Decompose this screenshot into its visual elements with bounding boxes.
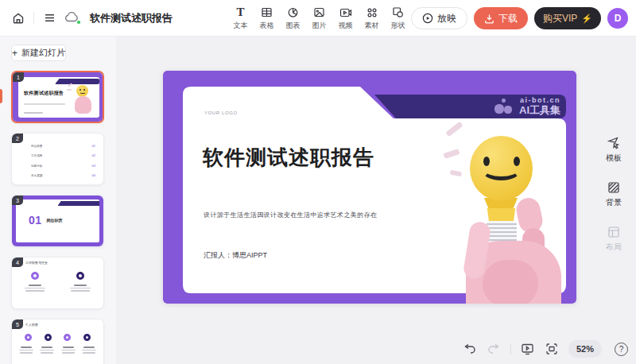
chart-icon: [287, 6, 299, 19]
download-button[interactable]: 下载: [474, 7, 528, 29]
watermark-logo-icon: [494, 99, 514, 114]
current-slide[interactable]: ai-bot.cn AI工具集 YOUR LOGO 软件测试述职报告 设计源于生…: [163, 71, 576, 304]
saved-status-dot: [76, 20, 81, 25]
app-body: + 新建幻灯片 1 软件测试述职报告: [0, 37, 636, 364]
donut-icon: [31, 272, 39, 280]
home-icon[interactable]: [11, 11, 25, 25]
tool-table[interactable]: 表格: [254, 0, 280, 37]
mini-cover: 软件测试述职报告: [13, 72, 103, 122]
tool-assets[interactable]: 素材: [359, 0, 385, 37]
slide-thumbnail-3[interactable]: 3 01 岗位职责: [11, 195, 104, 247]
topbar-right: 放映 下载 购买VIP ⚡ D: [411, 0, 628, 37]
slide-title[interactable]: 软件测试述职报告: [203, 144, 374, 172]
slide-number-badge: 5: [12, 319, 23, 329]
slide-number-badge: 2: [12, 134, 23, 143]
slide-number-badge: 4: [12, 258, 23, 267]
tool-text[interactable]: T 文本: [227, 0, 254, 37]
user-avatar[interactable]: D: [607, 8, 628, 29]
video-icon: [339, 6, 352, 19]
watermark: ai-bot.cn AI工具集: [494, 95, 560, 118]
slide-number-badge: 3: [12, 196, 23, 205]
tool-chart[interactable]: 图表: [280, 0, 306, 37]
donut-icon: [76, 272, 84, 280]
slide-presenter[interactable]: 汇报人：博思AIPPT: [204, 250, 267, 261]
template-icon: [607, 136, 621, 149]
tool-video[interactable]: 视频: [332, 0, 359, 37]
help-icon[interactable]: ?: [615, 343, 628, 356]
image-icon: [313, 6, 325, 19]
undo-icon[interactable]: [463, 342, 477, 356]
fit-screen-icon[interactable]: [545, 342, 559, 356]
document-title[interactable]: 软件测试述职报告: [90, 11, 173, 25]
mini-bulb: [76, 85, 88, 97]
tool-image[interactable]: 图片: [306, 0, 332, 37]
hand-shade: [483, 260, 538, 304]
topbar-divider: [33, 12, 34, 25]
presenter-view-icon[interactable]: [521, 342, 535, 356]
slide-thumbnail-4[interactable]: 4 工作职责与任务: [11, 257, 104, 309]
plus-icon: +: [12, 48, 17, 59]
rail-item-background[interactable]: 背景: [606, 181, 622, 208]
mini-ribbon: [58, 201, 100, 206]
mini-agenda: 岗位职责01 工作成果02 问题分析03 未来展望04: [12, 134, 103, 184]
insert-toolbar: T 文本 表格 图表 图片: [227, 0, 437, 37]
rail-item-layout[interactable]: 布局: [606, 226, 622, 253]
buy-vip-button[interactable]: 购买VIP ⚡: [534, 7, 601, 29]
cloud-save-icon: [64, 11, 80, 25]
mini-text-line: [24, 103, 65, 105]
donut-icon: [83, 334, 91, 341]
shape-icon: [392, 6, 404, 19]
slide-number-badge: 1: [13, 72, 24, 82]
smiley-lightbulb: [470, 136, 533, 201]
tool-shape[interactable]: 形状: [385, 0, 411, 37]
new-slide-button[interactable]: + 新建幻灯片: [11, 45, 66, 61]
zoom-level[interactable]: 52%: [568, 340, 602, 358]
present-button[interactable]: 放映: [411, 7, 467, 29]
background-icon: [607, 181, 620, 194]
rail-item-template[interactable]: 模板: [606, 136, 622, 164]
donut-icon: [45, 334, 52, 341]
mini-section: 01 岗位职责: [12, 196, 103, 246]
menu-icon[interactable]: [42, 11, 56, 25]
play-icon: [422, 13, 433, 24]
topbar-left: 软件测试述职报告: [0, 11, 173, 25]
slide-panel: + 新建幻灯片 1 软件测试述职报告: [0, 37, 116, 364]
slide-thumbnail-1[interactable]: 1 软件测试述职报告: [11, 71, 104, 123]
mini-ribbon: [55, 79, 99, 84]
logo-placeholder[interactable]: YOUR LOGO: [204, 110, 238, 115]
download-icon: [484, 14, 494, 24]
topbar: 软件测试述职报告 T 文本 表格 图表: [0, 0, 636, 37]
layout-icon: [607, 226, 620, 238]
mini-text-line: [24, 112, 43, 114]
redo-icon[interactable]: [487, 342, 501, 356]
slide-thumbnail-2[interactable]: 2 岗位职责01 工作成果02 问题分析03 未来展望04: [11, 133, 104, 185]
donut-icon: [25, 334, 32, 341]
slide-subtitle[interactable]: 设计源于生活生活因设计改变在生活中追求艺术之美的存在: [204, 211, 377, 219]
table-icon: [261, 6, 273, 19]
mini-sparkle: [67, 89, 72, 91]
assets-icon: [366, 6, 378, 19]
controls-divider: [510, 343, 511, 354]
mini-hand: [75, 96, 91, 114]
mini-heading: 个人职责: [25, 323, 38, 327]
editor-canvas: ai-bot.cn AI工具集 YOUR LOGO 软件测试述职报告 设计源于生…: [116, 37, 636, 364]
right-rail: 模板 背景 布局: [597, 136, 630, 253]
lightning-icon: ⚡: [581, 14, 592, 24]
slide-thumbnail-5[interactable]: 5 个人职责: [11, 319, 104, 364]
mini-title: 软件测试述职报告: [24, 90, 64, 97]
bulb-band: [487, 208, 516, 221]
canvas-controls: 52% ?: [463, 340, 628, 358]
mini-heading: 工作职责与任务: [25, 261, 48, 265]
text-icon: T: [236, 6, 244, 19]
scroll-indicator[interactable]: [0, 89, 2, 103]
donut-icon: [64, 334, 71, 341]
